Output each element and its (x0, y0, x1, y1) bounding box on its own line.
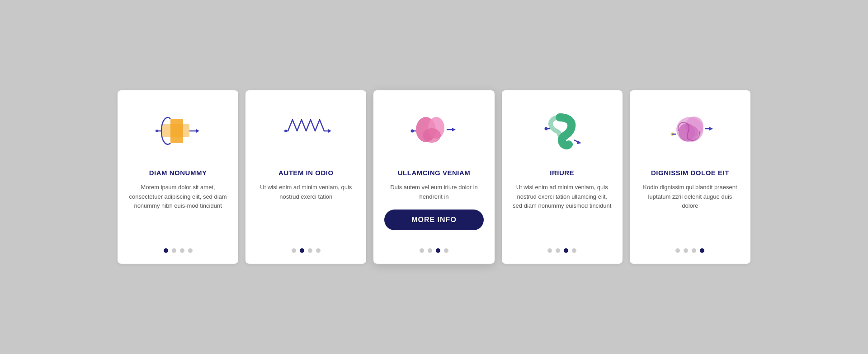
card-1-dots (164, 248, 193, 253)
card-1: DIAM NONUMMY Morem ipsum dolor sit amet,… (118, 90, 238, 264)
dot (164, 248, 168, 253)
card-5-title: DIGNISSIM DOLOE EIT (651, 169, 729, 177)
dot (172, 248, 176, 253)
card-5-dots (675, 248, 704, 253)
card-5: DIGNISSIM DOLOE EIT Kodio dignissim qui … (630, 90, 750, 264)
dot (188, 248, 193, 253)
card-2-title: AUTEM IN ODIO (278, 169, 334, 177)
svg-marker-12 (577, 140, 581, 144)
card-3: ULLAMCING VENIAM Duis autem vel eum iriu… (373, 90, 494, 264)
dot (572, 248, 576, 253)
dot (444, 248, 448, 253)
dot (292, 248, 296, 253)
svg-rect-1 (162, 124, 189, 137)
svg-point-2 (156, 130, 158, 132)
dot (556, 248, 560, 253)
dot (316, 248, 321, 253)
dot (675, 248, 680, 253)
dot (547, 248, 552, 253)
dot (564, 248, 568, 253)
svg-marker-10 (452, 128, 456, 131)
card-4-title: IRIURE (550, 169, 574, 177)
card-2-text: Ut wisi enim ad minim veniam, quis nostr… (256, 183, 355, 240)
card-4-dots (547, 248, 576, 253)
dot (420, 248, 424, 253)
card-1-icon (151, 104, 205, 158)
svg-point-8 (423, 128, 441, 143)
dot (436, 248, 440, 253)
card-4-icon (535, 104, 589, 158)
card-5-text: Kodio dignissim qui blandit praesent lup… (641, 183, 740, 240)
dot (300, 248, 304, 253)
card-4-text: Ut wisi enim ad minim veniam, quis nostr… (513, 183, 612, 240)
card-1-title: DIAM NONUMMY (149, 169, 207, 177)
card-3-icon (407, 104, 461, 158)
svg-marker-3 (196, 129, 199, 133)
dot (180, 248, 184, 253)
card-3-title: ULLAMCING VENIAM (398, 169, 471, 177)
card-1-text: Morem ipsum dolor sit amet, consectetuer… (128, 183, 227, 240)
card-2-icon (279, 104, 333, 158)
card-3-dots (420, 248, 448, 253)
more-info-button[interactable]: MORE INFO (384, 210, 483, 230)
card-5-icon (663, 104, 717, 158)
dot (428, 248, 432, 253)
svg-marker-18 (709, 127, 713, 130)
card-2: AUTEM IN ODIO Ut wisi enim ad minim veni… (245, 90, 366, 264)
svg-marker-4 (328, 129, 331, 133)
card-3-text: Duis autem vel eum iriure dolor in hendr… (384, 183, 483, 202)
cards-container: DIAM NONUMMY Morem ipsum dolor sit amet,… (118, 90, 750, 264)
dot (308, 248, 312, 253)
card-4: IRIURE Ut wisi enim ad minim veniam, qui… (502, 90, 623, 264)
dot (684, 248, 688, 253)
dot (692, 248, 696, 253)
dot (700, 248, 704, 253)
card-2-dots (292, 248, 321, 253)
